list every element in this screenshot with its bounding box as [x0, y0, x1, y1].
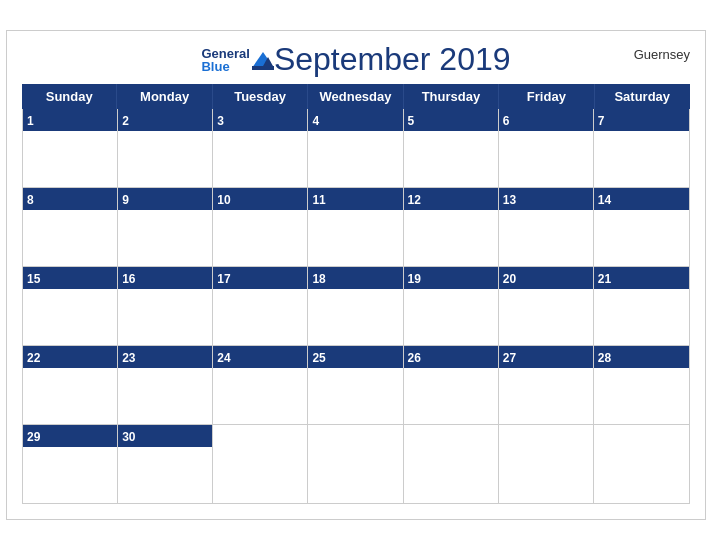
empty-cell-4-6 — [594, 425, 689, 503]
day-5: 5 — [404, 109, 499, 187]
mountain-icon — [252, 50, 274, 70]
day-6: 6 — [499, 109, 594, 187]
calendar: General Blue September 2019 Guernsey Sun… — [6, 30, 706, 520]
day-26: 26 — [404, 346, 499, 424]
svg-rect-2 — [252, 66, 274, 70]
logo-blue: Blue — [201, 60, 249, 73]
day-21: 21 — [594, 267, 689, 345]
day-20: 20 — [499, 267, 594, 345]
day-10: 10 — [213, 188, 308, 266]
day-22: 22 — [23, 346, 118, 424]
day-17: 17 — [213, 267, 308, 345]
week-3: 15161718192021 — [23, 267, 689, 346]
day-saturday: Saturday — [595, 84, 690, 109]
day-29: 29 — [23, 425, 118, 503]
day-tuesday: Tuesday — [213, 84, 308, 109]
day-28: 28 — [594, 346, 689, 424]
day-13: 13 — [499, 188, 594, 266]
calendar-header: General Blue September 2019 Guernsey — [22, 41, 690, 78]
day-24: 24 — [213, 346, 308, 424]
day-16: 16 — [118, 267, 213, 345]
day-18: 18 — [308, 267, 403, 345]
day-15: 15 — [23, 267, 118, 345]
day-4: 4 — [308, 109, 403, 187]
day-27: 27 — [499, 346, 594, 424]
day-11: 11 — [308, 188, 403, 266]
day-2: 2 — [118, 109, 213, 187]
empty-cell-4-4 — [404, 425, 499, 503]
days-header: Sunday Monday Tuesday Wednesday Thursday… — [22, 84, 690, 109]
week-1: 1234567 — [23, 109, 689, 188]
empty-cell-4-5 — [499, 425, 594, 503]
logo-general: General — [201, 47, 249, 60]
logo: General Blue — [201, 47, 273, 73]
empty-cell-4-3 — [308, 425, 403, 503]
day-23: 23 — [118, 346, 213, 424]
week-4: 22232425262728 — [23, 346, 689, 425]
day-3: 3 — [213, 109, 308, 187]
empty-cell-4-2 — [213, 425, 308, 503]
day-friday: Friday — [499, 84, 594, 109]
day-wednesday: Wednesday — [308, 84, 403, 109]
day-19: 19 — [404, 267, 499, 345]
day-8: 8 — [23, 188, 118, 266]
day-sunday: Sunday — [22, 84, 117, 109]
day-7: 7 — [594, 109, 689, 187]
day-14: 14 — [594, 188, 689, 266]
day-1: 1 — [23, 109, 118, 187]
day-12: 12 — [404, 188, 499, 266]
day-monday: Monday — [117, 84, 212, 109]
calendar-grid: 1234567891011121314151617181920212223242… — [22, 109, 690, 504]
day-thursday: Thursday — [404, 84, 499, 109]
region-label: Guernsey — [634, 47, 690, 62]
day-9: 9 — [118, 188, 213, 266]
calendar-title: September 2019 — [274, 41, 511, 78]
week-2: 891011121314 — [23, 188, 689, 267]
day-25: 25 — [308, 346, 403, 424]
week-5: 2930 — [23, 425, 689, 503]
day-30: 30 — [118, 425, 213, 503]
